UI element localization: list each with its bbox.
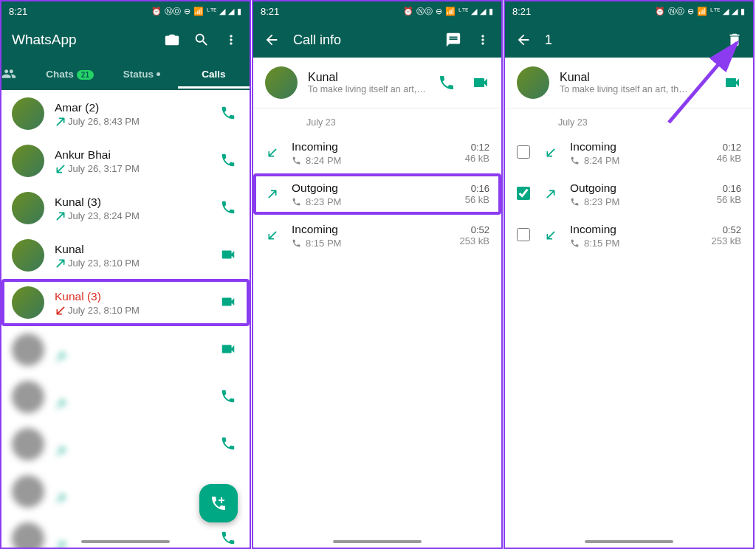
voice-call-icon[interactable] xyxy=(220,530,238,548)
incoming-arrow-icon xyxy=(543,229,558,241)
status-icons: ⏰ ⓃⓄ ⊖ 📶 ᴸᵀᴱ ◢ ◢ ▮ xyxy=(151,6,242,17)
avatar[interactable] xyxy=(12,145,44,177)
avatar[interactable] xyxy=(265,66,298,99)
avatar[interactable] xyxy=(12,97,44,130)
back-icon[interactable] xyxy=(515,32,532,48)
avatar[interactable] xyxy=(12,192,44,224)
call-entry[interactable]: Incoming 8:15 PM 0:52 253 kB xyxy=(505,215,753,256)
call-entries: Incoming 8:24 PM 0:12 46 kB Outgoing 8:2… xyxy=(253,132,501,256)
status-icons: ⏰ ⓃⓄ ⊖ 📶 ᴸᵀᴱ ◢ ◢ ▮ xyxy=(655,6,746,17)
call-subtitle xyxy=(55,493,210,503)
call-duration: 0:16 xyxy=(465,183,489,194)
screen-calls-list: 8:21 ⏰ ⓃⓄ ⊖ 📶 ᴸᵀᴱ ◢ ◢ ▮ WhatsApp Chats21… xyxy=(0,0,251,549)
camera-icon[interactable] xyxy=(164,32,180,48)
call-type: Incoming xyxy=(570,223,700,236)
video-call-icon[interactable] xyxy=(220,341,238,359)
call-name xyxy=(55,527,210,539)
avatar[interactable] xyxy=(517,66,549,99)
date-separator: July 23 xyxy=(505,108,753,132)
call-size: 46 kB xyxy=(465,153,489,164)
call-type: Incoming xyxy=(292,223,448,236)
avatar[interactable] xyxy=(12,239,44,272)
select-checkbox[interactable] xyxy=(517,145,532,160)
app-title: WhatsApp xyxy=(12,32,151,48)
video-call-icon[interactable] xyxy=(472,74,489,92)
tab-calls[interactable]: Calls xyxy=(178,60,250,89)
delete-icon[interactable] xyxy=(726,32,743,48)
call-size: 56 kB xyxy=(717,194,741,205)
outgoing-arrow-icon xyxy=(543,188,558,200)
avatar[interactable] xyxy=(12,475,44,508)
call-time: 8:24 PM xyxy=(570,155,705,166)
call-time: 8:15 PM xyxy=(570,238,700,249)
call-entries: Incoming 8:24 PM 0:12 46 kB Outgoing 8:2… xyxy=(505,132,753,256)
voice-call-icon[interactable] xyxy=(220,105,238,122)
more-icon[interactable] xyxy=(475,32,491,48)
chats-badge: 21 xyxy=(77,70,94,80)
contact-header[interactable]: Kunal To make living itself an art, th… xyxy=(253,58,501,108)
contact-header[interactable]: Kunal To make living itself an art, th… xyxy=(505,58,753,108)
avatar[interactable] xyxy=(12,286,44,319)
chat-icon[interactable] xyxy=(445,32,461,48)
select-checkbox[interactable] xyxy=(517,228,532,243)
call-row[interactable] xyxy=(1,373,250,421)
incoming-arrow-icon xyxy=(265,147,280,159)
contact-status: To make living itself an art, th… xyxy=(308,84,427,94)
voice-call-icon[interactable] xyxy=(220,199,238,217)
tab-chats[interactable]: Chats21 xyxy=(34,60,106,89)
call-row[interactable]: Amar (2) July 26, 8:43 PM xyxy=(1,90,250,137)
call-type: Outgoing xyxy=(292,182,453,195)
tab-status[interactable]: Status xyxy=(106,60,177,89)
outgoing-arrow-icon xyxy=(55,210,65,221)
search-icon[interactable] xyxy=(193,32,210,48)
call-row[interactable]: Kunal (3) July 23, 8:24 PM xyxy=(1,184,250,232)
call-duration: 0:52 xyxy=(712,224,741,235)
call-row[interactable] xyxy=(1,421,250,468)
avatar[interactable] xyxy=(12,334,44,366)
screen-title: Call info xyxy=(293,32,432,48)
outgoing-arrow-icon xyxy=(265,188,280,200)
outgoing-arrow-icon xyxy=(55,258,65,268)
call-subtitle: July 23, 8:24 PM xyxy=(55,210,210,221)
video-call-icon[interactable] xyxy=(724,74,741,92)
call-subtitle xyxy=(55,446,210,456)
outgoing-arrow-icon xyxy=(55,493,65,503)
call-row[interactable]: Ankur Bhai July 26, 3:17 PM xyxy=(1,137,250,184)
outgoing-arrow-icon xyxy=(55,351,65,362)
call-row[interactable] xyxy=(1,326,250,373)
avatar[interactable] xyxy=(12,428,44,460)
nav-handle xyxy=(333,540,422,543)
avatar[interactable] xyxy=(12,381,44,413)
voice-call-icon[interactable] xyxy=(220,152,238,170)
call-entry[interactable]: Outgoing 8:23 PM 0:16 56 kB xyxy=(505,173,753,215)
more-icon[interactable] xyxy=(223,32,239,48)
video-call-icon[interactable] xyxy=(220,294,238,311)
call-subtitle: July 26, 3:17 PM xyxy=(55,163,210,174)
status-bar: 8:21 ⏰ ⓃⓄ ⊖ 📶 ᴸᵀᴱ ◢ ◢ ▮ xyxy=(505,1,753,21)
call-subtitle: July 26, 8:43 PM xyxy=(55,116,210,127)
call-size: 56 kB xyxy=(465,194,489,205)
voice-call-icon[interactable] xyxy=(220,388,238,406)
voice-call-icon[interactable] xyxy=(220,435,238,453)
video-call-icon[interactable] xyxy=(220,246,238,264)
call-entry[interactable]: Outgoing 8:23 PM 0:16 56 kB xyxy=(253,173,501,215)
call-row[interactable]: Kunal (3) July 23, 8:10 PM xyxy=(1,279,250,326)
call-size: 46 kB xyxy=(717,153,741,164)
nav-handle xyxy=(81,540,170,543)
calls-list[interactable]: Amar (2) July 26, 8:43 PM Ankur Bhai Jul… xyxy=(1,90,250,548)
back-icon[interactable] xyxy=(264,32,280,48)
new-call-fab[interactable] xyxy=(199,484,238,522)
avatar[interactable] xyxy=(12,522,44,548)
voice-call-icon[interactable] xyxy=(438,74,456,92)
selection-app-bar: 1 xyxy=(505,21,753,58)
tab-community-icon[interactable] xyxy=(1,58,34,90)
call-duration: 0:12 xyxy=(465,142,489,153)
call-entry[interactable]: Incoming 8:15 PM 0:52 253 kB xyxy=(253,215,501,256)
call-entry[interactable]: Incoming 8:24 PM 0:12 46 kB xyxy=(505,132,753,173)
call-duration: 0:16 xyxy=(717,183,741,194)
select-checkbox[interactable] xyxy=(517,187,532,201)
tabs: Chats21 Status Calls xyxy=(1,58,250,90)
call-entry[interactable]: Incoming 8:24 PM 0:12 46 kB xyxy=(253,132,501,173)
call-time: 8:23 PM xyxy=(292,196,453,207)
call-row[interactable]: Kunal July 23, 8:10 PM xyxy=(1,232,250,279)
